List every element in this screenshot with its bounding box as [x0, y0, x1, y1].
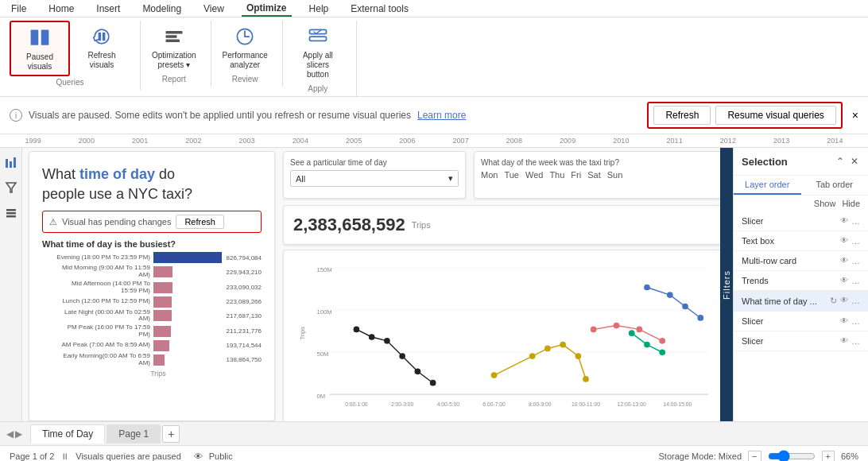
bar-track [153, 266, 222, 277]
status-right: Storage Mode: Mixed − + 66% [659, 450, 858, 462]
bar-fill [153, 252, 222, 263]
layer-menu-icon[interactable]: … [851, 316, 860, 326]
layer-refresh-icon[interactable]: ↻ [830, 296, 837, 306]
layer-menu-icon[interactable]: … [851, 276, 860, 285]
svg-point-37 [583, 376, 589, 382]
next-page-button[interactable]: ▶ [15, 428, 22, 440]
menu-optimize[interactable]: Optimize [242, 1, 292, 17]
svg-rect-3 [103, 33, 106, 41]
weekday-sun[interactable]: Sun [607, 170, 623, 180]
slicer-dropdown[interactable]: All ▾ [290, 170, 459, 187]
layer-menu-icon[interactable]: … [851, 296, 860, 306]
bar-value: 217,687,130 [227, 312, 262, 320]
layer-item[interactable]: Multi-row card👁… [734, 251, 868, 271]
bar-label: Late Night (00:00 AM To 02:59 AM) [55, 309, 150, 323]
bar-value: 211,231,776 [227, 327, 262, 335]
layer-item[interactable]: Slicer👁… [734, 331, 868, 351]
ribbon-group-queries: Paused visuals Refresh visuals Queries [6, 21, 141, 90]
layer-item-name: Slicer [742, 216, 764, 226]
layer-item-name: Slicer [742, 316, 764, 326]
layer-list: Slicer👁…Text box👁…Multi-row card👁…Trends… [734, 211, 868, 421]
pending-refresh-button[interactable]: Refresh [176, 215, 224, 229]
bar-row: PM Peak (16:00 PM To 17:59 PM)211,231,77… [55, 324, 262, 339]
menu-view[interactable]: View [199, 2, 229, 16]
layer-item[interactable]: Trends👁… [734, 271, 868, 291]
filter-panel-icon[interactable] [3, 180, 19, 196]
filters-panel[interactable]: Filters [720, 148, 733, 421]
bar-chart-icon[interactable] [3, 154, 19, 170]
menu-file[interactable]: File [6, 2, 31, 16]
layer-visibility-icon[interactable]: 👁 [840, 276, 848, 285]
svg-rect-0 [31, 30, 39, 45]
bar-fill [153, 326, 171, 337]
menu-insert[interactable]: Insert [91, 2, 125, 16]
slicer-card: See a particular time of day All ▾ [283, 151, 466, 199]
optimization-presets-button[interactable]: Optimizationpresets ▾ [147, 21, 201, 73]
layer-visibility-icon[interactable]: 👁 [840, 236, 848, 246]
layer-item-icons: 👁… [840, 316, 860, 326]
paused-visuals-button[interactable]: Paused visuals [10, 21, 70, 76]
bar-chart: Evening (18:00 PM To 23:59 PM)826,794,08… [55, 252, 262, 378]
zoom-slider[interactable] [768, 450, 816, 462]
page-tab-page1[interactable]: Page 1 [107, 424, 161, 444]
weekday-mon[interactable]: Mon [481, 170, 498, 180]
timeline: 1999 2000 2001 2002 2003 2004 2005 2006 … [0, 134, 868, 148]
resume-visual-queries-button[interactable]: Resume visual queries [715, 106, 835, 125]
menu-external-tools[interactable]: External tools [346, 2, 413, 16]
svg-point-40 [636, 327, 642, 333]
svg-rect-11 [10, 161, 12, 168]
layer-visibility-icon[interactable]: 👁 [840, 336, 848, 346]
bar-label: AM Peak (7:00 AM To 8:59 AM) [55, 342, 150, 349]
minus-zoom-btn[interactable]: − [748, 451, 761, 462]
plus-zoom-btn[interactable]: + [822, 451, 835, 462]
layer-item[interactable]: Slicer👁… [734, 312, 868, 331]
svg-text:8:00-9:00: 8:00-9:00 [529, 401, 552, 407]
weekday-wed[interactable]: Wed [525, 170, 543, 180]
ribbon-group-review: Performanceanalyzer Review [215, 21, 283, 87]
scatter-chart: 150M 100M 50M 0M [290, 257, 720, 417]
bar-row: Late Night (00:00 AM To 02:59 AM)217,687… [55, 309, 262, 323]
refresh-button[interactable]: Refresh [653, 106, 711, 125]
weekday-tue[interactable]: Tue [504, 170, 519, 180]
layer-item[interactable]: Text box👁… [734, 231, 868, 251]
refresh-visuals-button[interactable]: Refresh visuals [73, 21, 130, 73]
tab-layer-order[interactable]: Layer order [734, 176, 801, 195]
page-tab-time-of-day[interactable]: Time of Day [30, 424, 105, 444]
layer-menu-icon[interactable]: … [851, 216, 860, 226]
menu-help[interactable]: Help [304, 2, 334, 16]
apply-all-slicers-button[interactable]: Apply all slicersbutton [289, 21, 347, 83]
layer-item[interactable]: Slicer👁… [734, 211, 868, 231]
svg-text:150M: 150M [316, 266, 331, 273]
panel-close-button[interactable]: ✕ [849, 154, 860, 169]
menu-home[interactable]: Home [44, 2, 79, 16]
number-card: 2,383,658,592 Trips [283, 205, 720, 245]
layer-visibility-icon[interactable]: 👁 [840, 316, 848, 326]
weekday-thu[interactable]: Thu [549, 170, 564, 180]
layer-menu-icon[interactable]: … [851, 236, 860, 246]
performance-analyzer-button[interactable]: Performanceanalyzer [218, 21, 273, 73]
layer-menu-icon[interactable]: … [851, 336, 860, 346]
tab-tab-order[interactable]: Tab order [801, 176, 869, 195]
weekday-sat[interactable]: Sat [587, 170, 601, 180]
menu-modeling[interactable]: Modeling [138, 2, 186, 16]
optimization-presets-label: Optimizationpresets ▾ [152, 51, 196, 70]
big-number: 2,383,658,592 [293, 215, 405, 235]
panel-collapse-button[interactable]: ⌃ [835, 154, 846, 169]
info-bar-close-button[interactable]: × [852, 109, 858, 122]
layer-item[interactable]: What time of day ...↻👁… [734, 291, 868, 312]
layer-visibility-icon[interactable]: 👁 [840, 296, 848, 306]
add-page-button[interactable]: + [162, 425, 180, 443]
menu-bar: File Home Insert Modeling View Optimize … [0, 0, 868, 17]
svg-text:12:00-13:00: 12:00-13:00 [618, 401, 646, 407]
svg-text:2:00-3:00: 2:00-3:00 [391, 401, 414, 407]
show-hide-controls: Show Hide [734, 196, 868, 211]
layer-item-name: Trends [742, 276, 769, 285]
prev-page-button[interactable]: ◀ [6, 428, 14, 440]
layer-menu-icon[interactable]: … [851, 256, 860, 265]
layers-icon[interactable] [3, 205, 19, 221]
layer-visibility-icon[interactable]: 👁 [840, 256, 848, 265]
svg-point-30 [415, 368, 421, 374]
learn-more-link[interactable]: Learn more [417, 110, 466, 121]
weekday-fri[interactable]: Fri [571, 170, 581, 180]
layer-visibility-icon[interactable]: 👁 [840, 216, 848, 226]
